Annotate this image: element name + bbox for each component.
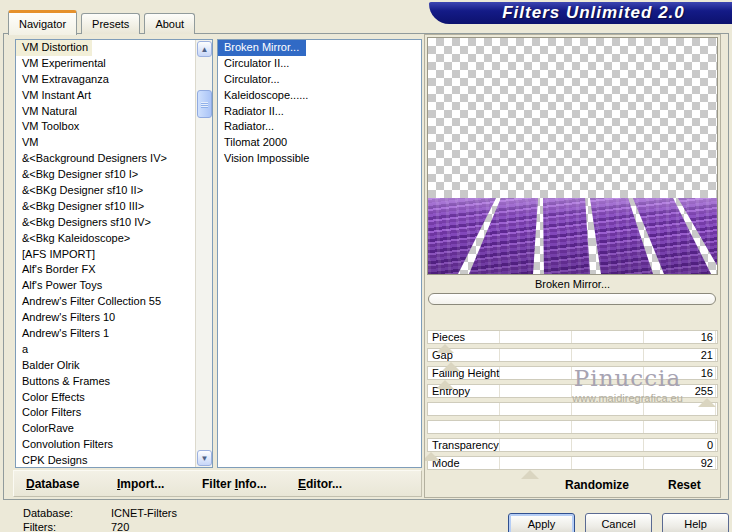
slider-thumb-mode[interactable]: [521, 470, 539, 479]
filter-list[interactable]: Broken Mirror...Circulator II...Circulat…: [217, 39, 422, 468]
category-list-item[interactable]: CPK Designs: [16, 453, 91, 468]
category-list-item[interactable]: Buttons & Frames: [16, 374, 114, 390]
category-list-item[interactable]: Alf's Power Toys: [16, 278, 106, 294]
category-list-item[interactable]: a: [16, 342, 32, 358]
apply-button[interactable]: Apply: [508, 513, 575, 532]
category-list-item[interactable]: [AFS IMPORT]: [16, 247, 99, 263]
preview-image: [427, 37, 718, 275]
help-button[interactable]: Help: [662, 513, 729, 532]
category-list-item[interactable]: VM Natural: [16, 104, 81, 120]
slider-value: 16: [701, 331, 713, 343]
progress-bar: [428, 293, 716, 305]
filter-list-item[interactable]: Vision Impossible: [218, 151, 313, 167]
category-list-item[interactable]: VM Extravaganza: [16, 72, 113, 88]
category-list-item[interactable]: VM Experimental: [16, 56, 110, 72]
tab-presets[interactable]: Presets: [81, 13, 140, 34]
category-list-item[interactable]: VM: [16, 135, 43, 151]
scrollbar-thumb[interactable]: [197, 90, 212, 118]
slider-value: 21: [701, 349, 713, 361]
filter-info-button[interactable]: Filter Info...: [202, 477, 267, 491]
slider-falling-height[interactable]: Falling Height 16: [427, 366, 718, 380]
filter-list-item[interactable]: Circulator...: [218, 72, 284, 88]
category-list-item[interactable]: Color Effects: [16, 390, 89, 406]
filter-list-item[interactable]: Radiator...: [218, 119, 278, 135]
category-list-items: VM DistortionVM ExperimentalVM Extravaga…: [16, 40, 195, 468]
slider-value: 16: [701, 367, 713, 379]
category-list-item[interactable]: VM Instant Art: [16, 88, 95, 104]
category-list-item[interactable]: Alf's Border FX: [16, 262, 100, 278]
category-list-item[interactable]: Color Filters: [16, 405, 85, 421]
scroll-up-icon[interactable]: ▲: [197, 41, 212, 57]
slider-pieces[interactable]: Pieces 16: [427, 330, 718, 344]
database-button[interactable]: Database: [26, 477, 79, 491]
category-list-item[interactable]: Andrew's Filters 1: [16, 326, 113, 342]
category-list[interactable]: VM DistortionVM ExperimentalVM Extravaga…: [15, 39, 213, 468]
slider-value: 0: [707, 439, 713, 451]
title-banner: Filters Unlimited 2.0: [429, 2, 732, 24]
category-list-item[interactable]: &<Bkg Kaleidoscope>: [16, 231, 134, 247]
slider-mode[interactable]: Mode 92: [427, 456, 718, 470]
status-filters-label: Filters:: [23, 521, 56, 532]
slider-thumb-pieces[interactable]: [436, 344, 454, 353]
tab-navigator[interactable]: Navigator: [8, 10, 77, 35]
slider-thumb-falling-height[interactable]: [436, 380, 454, 389]
category-list-item[interactable]: &<Background Designers IV>: [16, 151, 171, 167]
category-list-item[interactable]: Balder Olrik: [16, 358, 83, 374]
filter-list-items: Broken Mirror...Circulator II...Circulat…: [218, 40, 421, 167]
filter-settings-panel: Broken Mirror... Pieces 16 Gap 21 Fallin…: [424, 34, 721, 498]
slider-unused-2[interactable]: [427, 420, 718, 434]
category-list-item[interactable]: &<BKg Designer sf10 II>: [16, 183, 147, 199]
filter-list-item[interactable]: Tilomat 2000: [218, 135, 291, 151]
selected-filter-label: Broken Mirror...: [425, 278, 720, 290]
scroll-down-icon[interactable]: ▼: [197, 450, 212, 466]
status-database-label: Database:: [23, 507, 73, 519]
slider-value: 255: [695, 385, 713, 397]
category-list-item[interactable]: VM Toolbox: [16, 119, 83, 135]
broken-mirror-render: [428, 198, 717, 274]
slider-transparency[interactable]: Transparency 0: [427, 438, 718, 452]
editor-button[interactable]: Editor...: [298, 477, 342, 491]
category-list-item[interactable]: &<Bkg Designers sf10 IV>: [16, 215, 155, 231]
cancel-button[interactable]: Cancel: [585, 513, 652, 532]
category-list-item[interactable]: &<Bkg Designer sf10 III>: [16, 199, 148, 215]
tab-about[interactable]: About: [144, 13, 195, 34]
filter-list-item[interactable]: Kaleidoscope......: [218, 88, 312, 104]
slider-thumb-entropy[interactable]: [698, 398, 716, 407]
filters-unlimited-dialog: Filters Unlimited 2.0 Navigator Presets …: [0, 0, 732, 532]
category-list-item[interactable]: Convolution Filters: [16, 437, 117, 453]
slider-gap[interactable]: Gap 21: [427, 348, 718, 362]
status-filters: Filters: 720: [23, 521, 56, 532]
category-list-item[interactable]: Andrew's Filters 10: [16, 310, 119, 326]
category-scrollbar[interactable]: ▲ ▼: [195, 40, 212, 467]
slider-value: 92: [701, 457, 713, 469]
category-list-item[interactable]: VM Distortion: [16, 40, 92, 56]
slider-unused-1[interactable]: [427, 402, 718, 416]
slider-entropy[interactable]: Entropy 255: [427, 384, 718, 398]
category-list-item[interactable]: Andrew's Filter Collection 55: [16, 294, 165, 310]
category-list-item[interactable]: &<Bkg Designer sf10 I>: [16, 167, 142, 183]
tab-bar: Navigator Presets About: [8, 10, 199, 34]
status-database-value: ICNET-Filters: [111, 507, 177, 519]
status-filters-value: 720: [111, 521, 129, 532]
slider-label: Pieces: [432, 331, 465, 343]
category-list-item[interactable]: ColorRave: [16, 421, 78, 437]
randomize-button[interactable]: Randomize: [565, 478, 629, 492]
slider-label: Transparency: [432, 439, 499, 451]
import-button[interactable]: Import...: [117, 477, 164, 491]
scrollbar-grip: [201, 102, 208, 108]
slider-thumb-transparency[interactable]: [424, 452, 440, 461]
filter-list-item[interactable]: Circulator II...: [218, 56, 293, 72]
slider-thumb-gap[interactable]: [442, 362, 460, 371]
toolbar-strip: Database Import... Filter Info... Editor…: [13, 470, 422, 497]
filter-list-item[interactable]: Broken Mirror...: [218, 40, 306, 56]
status-database: Database: ICNET-Filters: [23, 507, 73, 519]
reset-button[interactable]: Reset: [668, 478, 701, 492]
navigator-tab-panel: VM DistortionVM ExperimentalVM Extravaga…: [3, 33, 729, 500]
filter-list-item[interactable]: Radiator II...: [218, 104, 288, 120]
dialog-title: Filters Unlimited 2.0: [476, 3, 685, 23]
